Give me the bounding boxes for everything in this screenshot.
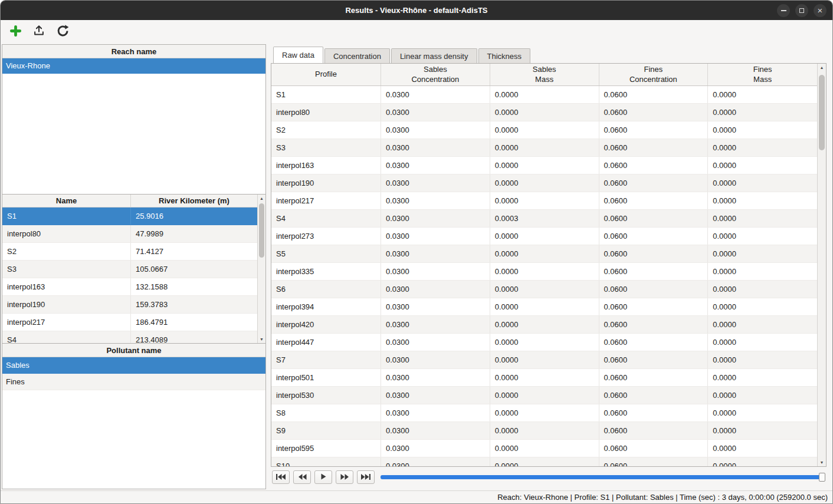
table-cell: interpol190 (2, 296, 131, 313)
table-cell: 0.0600 (599, 369, 709, 386)
table-cell: 0.0000 (490, 369, 599, 386)
go-to-first-button[interactable] (272, 470, 290, 484)
tab-linear-mass-density[interactable]: Linear mass density (391, 48, 477, 63)
table-cell: 0.0300 (381, 281, 490, 298)
column-header-sables-mass[interactable]: Sables Mass (490, 64, 599, 85)
results-scrollbar[interactable]: ▲ ▼ (817, 64, 826, 466)
table-cell: 0.0000 (708, 263, 817, 280)
table-row[interactable]: interpol5950.03000.00000.06000.0000 (271, 440, 817, 457)
table-row[interactable]: S50.03000.00000.06000.0000 (271, 245, 817, 263)
pollutant-list[interactable]: SablesFines (2, 357, 265, 390)
add-button[interactable] (6, 22, 25, 41)
export-button[interactable] (29, 22, 48, 41)
table-cell: 0.0000 (708, 387, 817, 404)
table-row[interactable]: interpol1900.03000.00000.06000.0000 (271, 174, 817, 192)
table-cell: 0.0000 (490, 86, 599, 103)
table-row[interactable]: Vieux-Rhone (2, 58, 265, 74)
column-header-name[interactable]: Name (2, 195, 131, 207)
column-header-river-kilometer[interactable]: River Kilometer (m) (131, 195, 257, 207)
column-header-fines-mass[interactable]: Fines Mass (708, 64, 817, 85)
column-header-sables-concentration[interactable]: Sables Concentration (381, 64, 490, 85)
table-row[interactable]: interpol163132.1588 (2, 278, 257, 296)
next-button[interactable] (336, 470, 353, 484)
maximize-button[interactable] (795, 4, 808, 17)
scroll-up-icon[interactable]: ▲ (818, 64, 826, 71)
table-cell: S1 (271, 86, 381, 103)
table-row[interactable]: interpol5010.03000.00000.06000.0000 (271, 369, 817, 387)
table-row[interactable]: Sables (2, 357, 265, 374)
reach-list[interactable]: Vieux-Rhone (2, 58, 265, 74)
close-button[interactable]: × (814, 4, 827, 17)
column-header-fines-concentration[interactable]: Fines Concentration (599, 64, 709, 85)
table-row[interactable]: S4213.4089 (2, 331, 257, 344)
slider-handle[interactable] (819, 473, 825, 482)
table-cell: 0.0600 (599, 440, 709, 457)
table-cell: 0.0600 (599, 104, 709, 121)
table-row[interactable]: interpol4470.03000.00000.06000.0000 (271, 334, 817, 351)
table-row[interactable]: interpol800.03000.00000.06000.0000 (271, 104, 817, 121)
scroll-down-icon[interactable]: ▼ (258, 335, 265, 343)
table-cell: interpol217 (2, 314, 131, 331)
table-row[interactable]: Fines (2, 374, 265, 390)
tab-concentration[interactable]: Concentration (324, 48, 390, 63)
table-cell: 0.0000 (490, 281, 599, 298)
column-header-profile[interactable]: Profile (271, 64, 381, 85)
profiles-table-body[interactable]: S125.9016interpol8047.9989S271.4127S3105… (2, 207, 257, 344)
maximize-icon (799, 8, 804, 13)
minimize-button[interactable] (777, 4, 790, 17)
table-cell: 0.0000 (708, 351, 817, 368)
table-row[interactable]: S40.03000.00030.06000.0000 (271, 210, 817, 228)
table-row[interactable]: S125.9016 (2, 207, 257, 225)
scroll-down-icon[interactable]: ▼ (818, 459, 826, 466)
table-cell: 0.0600 (599, 210, 709, 227)
reach-list-header: Reach name (2, 45, 265, 58)
scrollbar-thumb[interactable] (819, 75, 825, 150)
table-row[interactable]: interpol217186.4791 (2, 314, 257, 331)
table-row[interactable]: interpol8047.9989 (2, 225, 257, 243)
table-row[interactable]: interpol190159.3783 (2, 296, 257, 314)
previous-button[interactable] (293, 470, 311, 484)
table-cell: 47.9989 (131, 225, 257, 242)
tab-raw-data[interactable]: Raw data (273, 47, 323, 63)
table-row[interactable]: S271.4127 (2, 243, 257, 261)
table-row[interactable]: interpol1630.03000.00000.06000.0000 (271, 157, 817, 174)
table-row[interactable]: interpol2730.03000.00000.06000.0000 (271, 228, 817, 245)
table-cell: 0.0300 (381, 174, 490, 192)
scrollbar-thumb[interactable] (259, 203, 264, 258)
table-cell: interpol530 (271, 387, 381, 404)
table-row[interactable]: S80.03000.00000.06000.0000 (271, 404, 817, 422)
table-row[interactable]: S30.03000.00000.06000.0000 (271, 139, 817, 157)
time-slider[interactable] (381, 470, 825, 484)
table-row[interactable]: S20.03000.00000.06000.0000 (271, 121, 817, 139)
table-cell: 0.0600 (599, 422, 709, 439)
table-row[interactable]: interpol5300.03000.00000.06000.0000 (271, 387, 817, 404)
table-row[interactable]: interpol2170.03000.00000.06000.0000 (271, 192, 817, 210)
table-row[interactable]: interpol4200.03000.00000.06000.0000 (271, 316, 817, 334)
table-row[interactable]: S90.03000.00000.06000.0000 (271, 422, 817, 440)
table-cell: 0.0000 (708, 404, 817, 421)
scrollbar-track[interactable] (818, 71, 826, 459)
table-cell: 0.0000 (490, 228, 599, 245)
table-row[interactable]: S3105.0667 (2, 261, 257, 278)
table-row[interactable]: S100.03000.00000.06000.0000 (271, 457, 817, 467)
table-cell: 213.4089 (131, 331, 257, 344)
scroll-up-icon[interactable]: ▲ (258, 195, 265, 202)
table-row[interactable]: S60.03000.00000.06000.0000 (271, 281, 817, 298)
table-cell: 0.0000 (708, 121, 817, 139)
play-button[interactable] (314, 470, 332, 484)
table-row[interactable]: S70.03000.00000.06000.0000 (271, 351, 817, 369)
go-to-last-button[interactable] (357, 470, 375, 484)
table-cell: 0.0300 (381, 422, 490, 439)
table-row[interactable]: interpol3350.03000.00000.06000.0000 (271, 263, 817, 281)
table-cell: 0.0000 (708, 440, 817, 457)
table-cell: 0.0000 (708, 334, 817, 351)
refresh-button[interactable] (53, 22, 72, 41)
table-cell: S9 (271, 422, 381, 439)
table-row[interactable]: S10.03000.00000.06000.0000 (271, 86, 817, 104)
close-icon: × (818, 6, 823, 15)
tab-thickness[interactable]: Thickness (478, 48, 531, 63)
table-cell: 0.0000 (708, 174, 817, 192)
scrollbar-track[interactable] (258, 202, 265, 335)
table-row[interactable]: interpol3940.03000.00000.06000.0000 (271, 298, 817, 316)
profiles-scrollbar[interactable]: ▲ ▼ (257, 195, 265, 343)
